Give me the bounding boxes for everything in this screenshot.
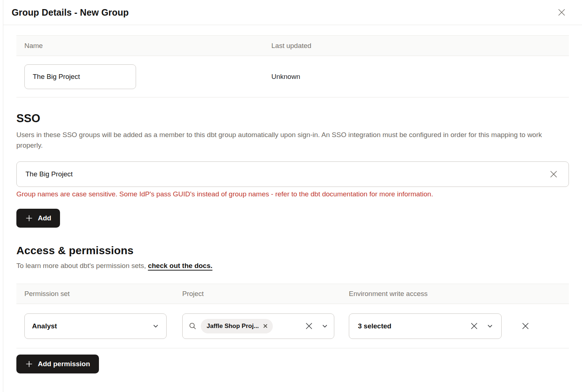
- add-sso-group-button[interactable]: Add: [16, 209, 60, 228]
- permission-set-value: Analyst: [32, 322, 152, 330]
- clear-icon: [549, 169, 558, 179]
- table-row: The Big Project Unknown: [16, 56, 569, 97]
- chevron-down-icon: [487, 323, 493, 329]
- sso-group-input-value: The Big Project: [25, 170, 547, 178]
- plus-icon: [25, 214, 33, 222]
- column-header-project: Project: [174, 284, 341, 304]
- column-header-name: Name: [16, 36, 263, 56]
- project-tag[interactable]: Jaffle Shop Proj...: [201, 319, 273, 333]
- project-multiselect[interactable]: Jaffle Shop Proj...: [182, 313, 334, 339]
- permission-set-cell: Analyst: [16, 313, 174, 339]
- last-updated-value: Unknown: [263, 73, 569, 81]
- plus-icon: [25, 360, 33, 368]
- project-tag-label: Jaffle Shop Proj...: [207, 323, 259, 330]
- group-table-header: Name Last updated: [16, 35, 569, 56]
- modal-header: Group Details - New Group: [3, 0, 582, 25]
- environment-cell: 3 selected: [341, 313, 511, 339]
- access-permissions-heading: Access & permissions: [16, 244, 569, 257]
- sso-warning-text: Group names are case sensitive. Some IdP…: [16, 190, 569, 198]
- column-header-permission-set: Permission set: [16, 284, 174, 304]
- chevron-down-icon: [152, 323, 159, 329]
- search-icon: [188, 322, 197, 331]
- permissions-description: To learn more about dbt's permission set…: [16, 262, 569, 270]
- permission-set-select[interactable]: Analyst: [24, 313, 167, 339]
- sso-group-input[interactable]: The Big Project: [16, 161, 569, 187]
- project-cell: Jaffle Shop Proj...: [174, 313, 341, 339]
- environment-value: 3 selected: [358, 322, 468, 330]
- group-table: Name Last updated The Big Project Unknow…: [16, 35, 569, 97]
- delete-icon: [521, 321, 530, 331]
- column-header-actions: [511, 284, 569, 304]
- permission-row: Analyst Jaffle Shop Proj...: [16, 304, 569, 348]
- docs-link[interactable]: check out the docs.: [148, 262, 212, 269]
- project-clear-button[interactable]: [303, 320, 315, 332]
- tag-remove-icon[interactable]: [263, 324, 268, 328]
- close-icon: [557, 7, 567, 17]
- clear-icon: [304, 321, 314, 331]
- page-title: Group Details - New Group: [12, 7, 129, 18]
- column-header-environment: Environment write access: [341, 284, 511, 304]
- row-actions-cell: [511, 320, 569, 332]
- sso-heading: SSO: [16, 112, 569, 125]
- add-button-label: Add: [38, 214, 51, 222]
- delete-permission-row-button[interactable]: [519, 320, 532, 332]
- permissions-table-header: Permission set Project Environment write…: [16, 284, 569, 304]
- add-permission-button-label: Add permission: [38, 360, 90, 368]
- sso-group-clear-button[interactable]: [547, 168, 560, 180]
- group-details-modal: Group Details - New Group Name Last upda…: [3, 0, 582, 392]
- environment-clear-button[interactable]: [468, 320, 480, 332]
- sso-description: Users in these SSO groups will be added …: [16, 129, 555, 151]
- clear-icon: [470, 321, 479, 331]
- permissions-table: Permission set Project Environment write…: [16, 284, 569, 348]
- group-name-cell: The Big Project: [16, 64, 263, 89]
- modal-content: Name Last updated The Big Project Unknow…: [3, 35, 582, 373]
- permissions-description-prefix: To learn more about dbt's permission set…: [16, 262, 148, 269]
- close-button[interactable]: [555, 6, 568, 19]
- column-header-last-updated: Last updated: [263, 36, 569, 56]
- chevron-down-icon: [322, 323, 328, 329]
- add-permission-button[interactable]: Add permission: [16, 355, 99, 373]
- group-name-input[interactable]: The Big Project: [24, 64, 136, 89]
- environment-multiselect[interactable]: 3 selected: [349, 313, 502, 339]
